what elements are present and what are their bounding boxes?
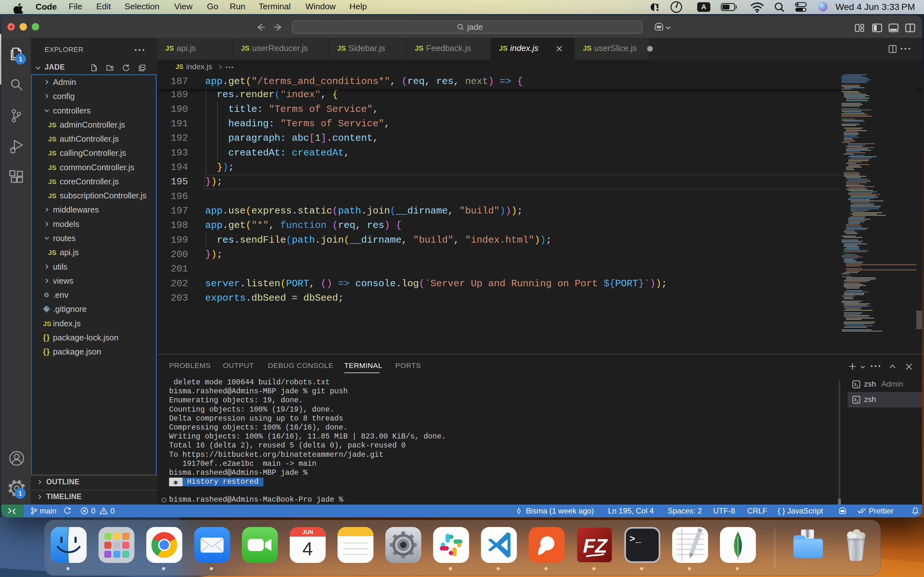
svg-text:FZ: FZ — [583, 535, 608, 557]
svg-text:4: 4 — [302, 538, 313, 559]
svg-text:JUN: JUN — [302, 529, 313, 535]
svg-text:>_: >_ — [630, 534, 641, 545]
